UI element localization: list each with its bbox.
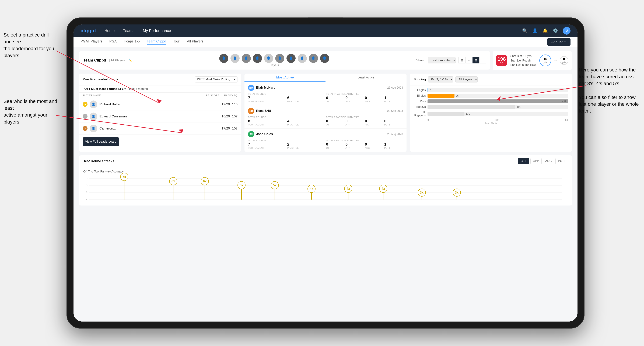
- pac-ott: 0: [326, 119, 345, 123]
- svg-text:5x: 5x: [240, 183, 243, 187]
- bar-track: 96: [428, 94, 568, 98]
- activity-tabs: Most Active Least Active: [244, 74, 406, 82]
- pac-header: JC Josh Coles 26 Aug 2023: [248, 131, 403, 137]
- player-activity-card: JC Josh Coles 26 Aug 2023 Total Rounds 7: [244, 129, 406, 152]
- pac-rounds-label: Total Rounds: [248, 93, 325, 95]
- scoring-header: Scoring Par 3, 4 & 5s Par 3 Par 4 Par 5 …: [410, 74, 572, 85]
- pac-practice-label: Practice: [287, 123, 325, 126]
- view-list-btn[interactable]: ≡: [466, 57, 472, 63]
- bell-icon[interactable]: 🔔: [542, 28, 548, 33]
- player-name: Richard Butler: [100, 102, 220, 106]
- bar-track: 499: [428, 99, 568, 103]
- pac-rounds-label: Total Rounds: [248, 139, 325, 142]
- pac-putt: 0: [384, 119, 403, 123]
- nav-my-performance[interactable]: My Performance: [143, 28, 171, 33]
- nav-teams[interactable]: Teams: [123, 28, 134, 33]
- pb-score: 18/20: [222, 114, 230, 118]
- pac-rounds-group: Total Rounds 7 Tournament 2 Practice: [248, 139, 325, 149]
- table-row[interactable]: 3 👤 Cameron... 17/20 103: [79, 123, 241, 135]
- pac-ott: 0: [326, 96, 345, 100]
- svg-text:7x: 7x: [122, 175, 126, 178]
- tab-most-active[interactable]: Most Active: [244, 74, 326, 82]
- tab-ott[interactable]: OTT: [518, 158, 530, 164]
- table-row[interactable]: 2 👤 Edward Crossman 18/20 107: [79, 110, 241, 123]
- streaks-chart: Off The Tee, Fairway Accuracy 8 6 4 2: [79, 167, 572, 205]
- pac-name: Blair McHarg: [256, 86, 276, 89]
- view-grid-btn[interactable]: ⊞: [458, 57, 465, 63]
- player-avatar: 👤: [286, 54, 296, 63]
- settings-icon[interactable]: ⚙️: [553, 28, 558, 33]
- player-filter[interactable]: All Players: [455, 76, 478, 82]
- tab-arg[interactable]: ARG: [543, 158, 554, 164]
- show-period-select[interactable]: Last 3 months Last 6 months Last year: [428, 57, 456, 63]
- subnav-all-players[interactable]: All Players: [187, 39, 203, 44]
- svg-text:3x: 3x: [455, 191, 458, 194]
- panels-row: Practice Leaderboards PUTT Must Make Put…: [79, 74, 572, 152]
- pac-putt: 1: [384, 142, 403, 147]
- svg-text:6x: 6x: [172, 179, 175, 183]
- drill-select[interactable]: PUTT Must Make Putting... ▾: [195, 76, 238, 82]
- player-avatar: 👤: [90, 113, 97, 120]
- bar-row-pars: Pars 499: [414, 99, 568, 103]
- streaks-subtitle: Off The Tee, Fairway Accuracy: [83, 170, 568, 173]
- annotation-left-1: Select a practice drill and seethe leade…: [4, 31, 58, 59]
- svg-text:4x: 4x: [382, 187, 385, 190]
- edit-icon[interactable]: ✏️: [128, 58, 132, 62]
- avatar[interactable]: U: [563, 27, 570, 35]
- arrow-icon: →: [553, 58, 558, 63]
- tab-app[interactable]: APP: [530, 158, 542, 164]
- pac-practice-val: 4: [287, 119, 325, 123]
- pac-activities-group: Total Practice Activities 0 OTT 0 APP: [326, 116, 403, 126]
- bar-label: Bogeys: [414, 105, 426, 109]
- tab-least-active[interactable]: Least Active: [326, 74, 406, 82]
- player-avatar: 👤: [320, 54, 329, 63]
- scoring-panel: Scoring Par 3, 4 & 5s Par 3 Par 4 Par 5 …: [410, 74, 572, 152]
- pac-tournament-label: Tournament: [248, 147, 286, 149]
- pac-arg: 0: [365, 119, 384, 123]
- bar-track: 311: [428, 105, 568, 109]
- shot-circles: 16 yds → 0 yds: [539, 54, 568, 66]
- svg-text:2: 2: [86, 197, 88, 201]
- nav-home[interactable]: Home: [104, 28, 114, 33]
- pb-score: 19/20: [222, 102, 230, 106]
- subnav-team-clippd[interactable]: Team Clippd: [147, 39, 166, 44]
- player-name: Cameron...: [100, 127, 220, 130]
- pb-avg: 103: [232, 127, 238, 130]
- shot-yds2: 0 yds: [560, 56, 568, 65]
- pac-activities-group: Total Practice Activities 0 OTT 0 APP: [326, 93, 403, 103]
- svg-text:3x: 3x: [420, 191, 424, 194]
- subnav-tour[interactable]: Tour: [173, 39, 180, 44]
- panel-header: Practice Leaderboards PUTT Must Make Put…: [79, 74, 241, 85]
- bar-row-eagles: Eagles 3: [414, 88, 568, 92]
- people-icon[interactable]: 👤: [532, 28, 538, 33]
- bar-row-dbogeys: D. Bogeys + 131: [414, 111, 568, 117]
- annotation-left-2: See who is the most and leastactive amon…: [4, 98, 58, 125]
- subnav-pga[interactable]: PGA: [110, 39, 117, 44]
- team-name: Team Clippd: [83, 58, 106, 63]
- view-cards-btn[interactable]: ⊟: [472, 57, 479, 63]
- pac-rounds-group: Total Rounds 7 Tournament 6 Practice: [248, 93, 325, 103]
- tab-putt[interactable]: PUTT: [556, 158, 568, 164]
- pac-date: 26 Aug 2023: [387, 133, 403, 136]
- annotation-right-1: Here you can see how theteam have scored…: [579, 66, 639, 114]
- search-icon[interactable]: 🔍: [522, 28, 528, 33]
- subnav-hcaps[interactable]: Hcaps 1-5: [124, 39, 140, 44]
- player-activity-card: BM Blair McHarg 26 Aug 2023 Total Rounds…: [244, 82, 406, 105]
- view-sort-btn[interactable]: ↕: [480, 57, 486, 63]
- bar-label: Birdies: [414, 94, 426, 97]
- pac-stats: Total Rounds 7 Tournament 6 Practice: [248, 93, 403, 103]
- chart-x-title: Total Shots: [414, 122, 568, 125]
- par-filter[interactable]: Par 3, 4 & 5s Par 3 Par 4 Par 5: [428, 76, 453, 82]
- add-team-button[interactable]: Add Team: [547, 38, 570, 46]
- pac-tournament-label: Tournament: [248, 100, 286, 103]
- pac-avatar: BM: [248, 85, 254, 91]
- view-full-leaderboard-button[interactable]: View Full Leaderboard: [82, 137, 119, 146]
- player-avatar: 👤: [242, 54, 251, 63]
- subnav-pgat[interactable]: PGAT Players: [80, 39, 102, 44]
- svg-text:6: 6: [86, 183, 88, 187]
- pac-app: 0: [346, 96, 364, 100]
- main-content: Team Clippd | 14 Players ✏️ 👤 👤 👤 👤 👤 👤: [74, 47, 578, 322]
- player-avatar: 👤: [264, 54, 273, 63]
- table-row[interactable]: ★ 👤 Richard Butler 19/20 110: [79, 98, 241, 110]
- brand-logo: clippd: [80, 28, 96, 33]
